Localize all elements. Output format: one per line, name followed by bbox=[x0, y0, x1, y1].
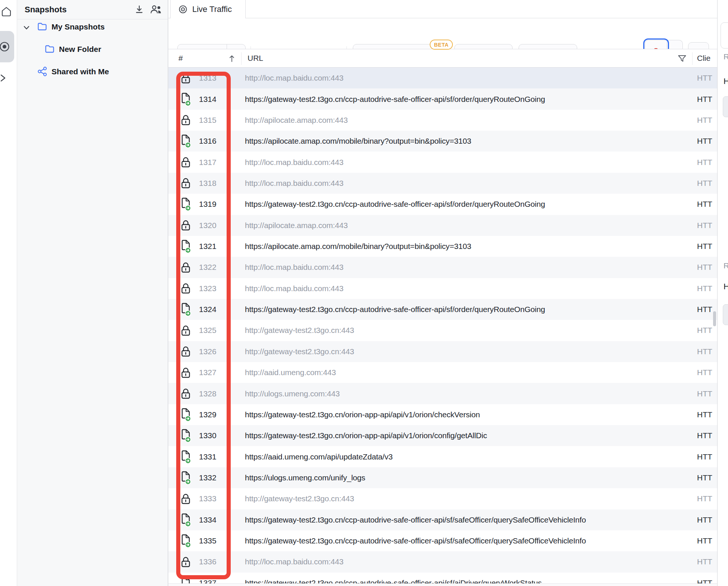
row-client: HTT bbox=[697, 305, 712, 314]
table-row[interactable]: 1329https://gateway-test2.t3go.cn/orion-… bbox=[168, 404, 717, 425]
home-icon[interactable] bbox=[1, 6, 12, 17]
main-area: Live Traffic Filters System Proxy Networ… bbox=[168, 0, 728, 586]
row-url: http://loc.map.baidu.com:443 bbox=[245, 284, 343, 293]
row-url: https://gateway-test2.t3go.cn/ccp-autodr… bbox=[245, 200, 545, 209]
column-header-url[interactable]: URL bbox=[248, 54, 263, 63]
panel-text-fragment: R bbox=[724, 52, 728, 61]
row-client: HTT bbox=[697, 95, 712, 104]
document-sent-icon bbox=[180, 513, 191, 527]
row-url: http://gateway-test2.t3go.cn:443 bbox=[245, 347, 354, 356]
chevron-right-icon[interactable] bbox=[0, 73, 7, 83]
table-row[interactable]: 1337https://gateway-test2.t3go.cn/ccp-au… bbox=[168, 573, 717, 583]
sidebar-item-new-folder[interactable]: New Folder bbox=[17, 39, 168, 60]
row-number: 1315 bbox=[199, 116, 217, 125]
table-row[interactable]: 1319https://gateway-test2.t3go.cn/ccp-au… bbox=[168, 194, 717, 215]
horizontal-scrollbar[interactable] bbox=[168, 583, 717, 586]
row-number: 1333 bbox=[199, 494, 217, 503]
table-row[interactable]: 1321https://apilocate.amap.com/mobile/bi… bbox=[168, 236, 717, 257]
row-client: HTT bbox=[697, 200, 712, 209]
table-row[interactable]: 1336http://loc.map.baidu.com:443HTT bbox=[168, 551, 717, 572]
row-client: HTT bbox=[697, 579, 712, 583]
row-number: 1335 bbox=[199, 536, 217, 545]
document-sent-icon bbox=[180, 239, 191, 253]
row-url: https://gateway-test2.t3go.cn/orion-app-… bbox=[245, 431, 487, 440]
row-number: 1324 bbox=[199, 305, 217, 314]
table-row[interactable]: 1313http://loc.map.baidu.com:443HTT bbox=[168, 68, 717, 88]
tab-label: Live Traffic bbox=[192, 4, 232, 14]
row-client: HTT bbox=[697, 389, 712, 398]
vertical-scrollbar-thumb[interactable] bbox=[713, 311, 716, 326]
row-url: https://ulogs.umeng.com/unify_logs bbox=[245, 473, 365, 482]
column-divider[interactable] bbox=[241, 52, 242, 65]
panel-pill-fragment[interactable] bbox=[723, 96, 728, 117]
sidebar-item-my-snapshots[interactable]: My Snapshots bbox=[17, 16, 168, 38]
table-row[interactable]: 1335https://gateway-test2.t3go.cn/ccp-au… bbox=[168, 530, 717, 551]
people-icon[interactable] bbox=[150, 4, 162, 15]
row-number: 1329 bbox=[199, 410, 217, 419]
table-row[interactable]: 1326http://gateway-test2.t3go.cn:443HTT bbox=[168, 341, 717, 362]
app-window: Snapshots My Snapshots New Folder bbox=[0, 0, 728, 586]
column-divider[interactable] bbox=[692, 52, 693, 65]
panel-pill-fragment[interactable] bbox=[723, 304, 728, 325]
table-row[interactable]: 1317http://loc.map.baidu.com:443HTT bbox=[168, 152, 717, 172]
row-url: http://loc.map.baidu.com:443 bbox=[245, 158, 343, 167]
arrow-up-icon[interactable] bbox=[228, 54, 236, 63]
sidebar-item-label: My Snapshots bbox=[52, 22, 105, 31]
live-traffic-eye-icon bbox=[0, 41, 10, 52]
row-url: https://gateway-test2.t3go.cn/ccp-autodr… bbox=[245, 95, 545, 104]
lock-icon bbox=[180, 555, 191, 569]
chevron-down-icon[interactable] bbox=[22, 24, 31, 32]
tab-live-traffic[interactable]: Live Traffic bbox=[170, 0, 246, 18]
rail-item-live-traffic[interactable] bbox=[0, 31, 14, 62]
table-row[interactable]: 1328http://ulogs.umeng.com:443HTT bbox=[168, 383, 717, 404]
row-client: HTT bbox=[697, 263, 712, 272]
table-row[interactable]: 1323http://loc.map.baidu.com:443HTT bbox=[168, 278, 717, 299]
row-client: HTT bbox=[697, 494, 712, 503]
table-row[interactable]: 1324https://gateway-test2.t3go.cn/ccp-au… bbox=[168, 299, 717, 320]
column-header-client[interactable]: Clie bbox=[697, 54, 710, 63]
folder-icon bbox=[45, 44, 55, 53]
toolbar: Filters System Proxy Network Capture BET… bbox=[168, 18, 728, 49]
beta-badge: BETA bbox=[430, 40, 453, 50]
eye-target-icon bbox=[178, 5, 187, 14]
lock-icon bbox=[180, 71, 191, 85]
table-row[interactable]: 1314https://gateway-test2.t3go.cn/ccp-au… bbox=[168, 88, 717, 109]
table-row[interactable]: 1331https://aaid.umeng.com/api/updateZda… bbox=[168, 446, 717, 467]
table-row[interactable]: 1320http://apilocate.amap.com:443HTT bbox=[168, 215, 717, 236]
table-row[interactable]: 1334https://gateway-test2.t3go.cn/ccp-au… bbox=[168, 509, 717, 530]
table-row[interactable]: 1316https://apilocate.amap.com/mobile/bi… bbox=[168, 131, 717, 152]
table-row[interactable]: 1318http://loc.map.baidu.com:443HTT bbox=[168, 173, 717, 194]
row-url: https://apilocate.amap.com/mobile/binary… bbox=[245, 137, 471, 146]
panel-text-fragment: H bbox=[724, 77, 728, 86]
row-url: http://apilocate.amap.com:443 bbox=[245, 116, 348, 125]
row-client: HTT bbox=[697, 473, 712, 482]
panel-button-fragment[interactable] bbox=[721, 22, 728, 49]
row-client: HTT bbox=[697, 410, 712, 419]
table-row[interactable]: 1333http://gateway-test2.t3go.cn:443HTT bbox=[168, 488, 717, 509]
row-number: 1321 bbox=[199, 242, 217, 251]
row-number: 1332 bbox=[199, 473, 217, 482]
row-number: 1334 bbox=[199, 515, 217, 524]
table-row[interactable]: 1325http://gateway-test2.t3go.cn:443HTT bbox=[168, 320, 717, 341]
table-row[interactable]: 1322http://loc.map.baidu.com:443HTT bbox=[168, 257, 717, 278]
download-icon[interactable] bbox=[135, 5, 144, 15]
column-header-number[interactable]: # bbox=[178, 54, 183, 63]
table-row[interactable]: 1330https://gateway-test2.t3go.cn/orion-… bbox=[168, 425, 717, 446]
panel-text-fragment: R bbox=[724, 261, 728, 270]
table-row[interactable]: 1327http://aaid.umeng.com:443HTT bbox=[168, 362, 717, 383]
sidebar-item-shared-with-me[interactable]: Shared with Me bbox=[17, 61, 168, 83]
row-url: http://loc.map.baidu.com:443 bbox=[245, 74, 343, 82]
document-sent-icon bbox=[180, 534, 191, 548]
row-client: HTT bbox=[697, 536, 712, 545]
document-sent-icon bbox=[180, 302, 191, 317]
row-url: http://gateway-test2.t3go.cn:443 bbox=[245, 494, 354, 503]
sidebar-title: Snapshots bbox=[25, 5, 66, 15]
row-url: https://gateway-test2.t3go.cn/orion-app-… bbox=[245, 410, 480, 419]
table-row[interactable]: 1332https://ulogs.umeng.com/unify_logsHT… bbox=[168, 467, 717, 488]
right-panel-strip: R H R H bbox=[717, 0, 728, 586]
table-row[interactable]: 1315http://apilocate.amap.com:443HTT bbox=[168, 110, 717, 131]
lock-icon bbox=[180, 365, 191, 380]
row-number: 1326 bbox=[199, 347, 217, 356]
row-client: HTT bbox=[697, 515, 712, 524]
funnel-outline-icon[interactable] bbox=[677, 54, 687, 63]
